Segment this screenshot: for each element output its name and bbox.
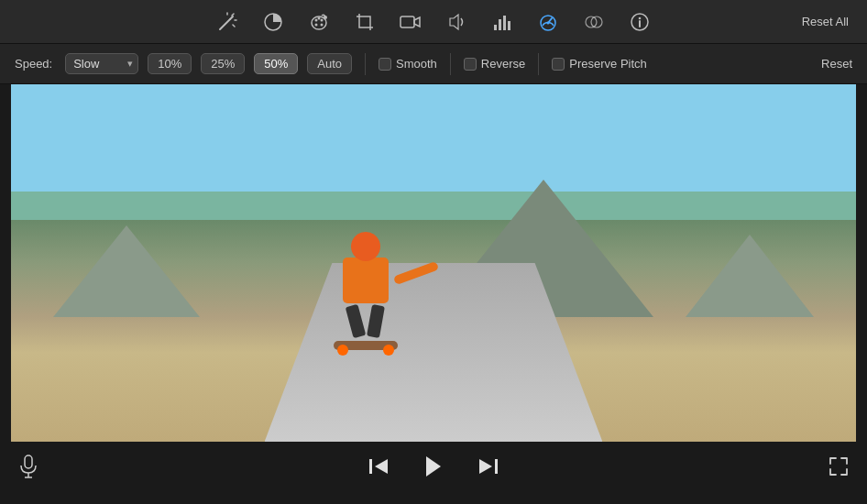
svg-line-3 <box>232 14 234 16</box>
speed-10-button[interactable]: 10% <box>148 53 192 74</box>
speed-25-button[interactable]: 25% <box>201 53 245 74</box>
speed-reset-button[interactable]: Reset <box>821 57 852 71</box>
skip-forward-button[interactable] <box>474 452 503 481</box>
svg-rect-22 <box>499 19 501 30</box>
skater-body <box>329 232 402 342</box>
speed-dropdown-wrap[interactable]: Slow <box>65 53 138 74</box>
palette-icon[interactable] <box>306 9 332 35</box>
svg-rect-21 <box>494 25 497 30</box>
skater-torso <box>343 257 389 303</box>
info-icon[interactable] <box>627 9 653 35</box>
speedometer-icon[interactable] <box>535 9 561 35</box>
wheel-right <box>383 345 394 356</box>
svg-line-5 <box>233 25 235 27</box>
speed-auto-button[interactable]: Auto <box>307 53 352 74</box>
mountain-left <box>53 225 200 317</box>
top-toolbar: Reset All <box>0 0 867 44</box>
svg-point-9 <box>321 18 324 21</box>
svg-rect-19 <box>401 16 414 27</box>
mic-button[interactable] <box>18 455 38 478</box>
preserve-pitch-label: Preserve Pitch <box>569 57 647 71</box>
smooth-toggle[interactable]: Smooth <box>379 57 437 71</box>
reverse-toggle[interactable]: Reverse <box>464 57 525 71</box>
playback-controls <box>364 452 503 481</box>
mountain-right <box>686 235 814 317</box>
smooth-checkbox[interactable] <box>379 58 391 71</box>
bars-icon[interactable] <box>489 9 515 35</box>
svg-line-1 <box>230 16 233 19</box>
skateboard <box>334 341 398 350</box>
divider-2 <box>450 53 451 75</box>
skater-legs <box>329 305 402 337</box>
smooth-label: Smooth <box>396 57 437 71</box>
speed-dropdown[interactable]: Slow <box>65 53 138 74</box>
skater-figure <box>329 232 402 342</box>
reverse-checkbox[interactable] <box>464 58 477 71</box>
svg-rect-24 <box>508 21 510 30</box>
svg-point-27 <box>547 21 550 24</box>
crop-icon[interactable] <box>352 9 378 35</box>
svg-rect-23 <box>503 16 506 30</box>
video-camera-icon[interactable] <box>398 9 423 35</box>
svg-rect-33 <box>25 455 32 468</box>
svg-point-10 <box>315 23 318 26</box>
preserve-pitch-checkbox[interactable] <box>552 58 565 71</box>
video-scene <box>11 84 856 442</box>
svg-point-8 <box>315 18 318 21</box>
svg-point-11 <box>321 23 324 26</box>
reset-all-button[interactable]: Reset All <box>802 15 849 28</box>
divider-1 <box>365 53 366 75</box>
blend-icon[interactable] <box>581 9 607 35</box>
svg-point-13 <box>324 16 327 19</box>
skater-leg-right <box>367 304 385 338</box>
skip-back-button[interactable] <box>364 452 393 481</box>
svg-marker-37 <box>375 459 388 474</box>
fullscreen-button[interactable] <box>829 456 849 477</box>
svg-marker-40 <box>479 459 492 474</box>
svg-rect-14 <box>359 16 370 27</box>
preserve-pitch-toggle[interactable]: Preserve Pitch <box>552 57 647 71</box>
reverse-label: Reverse <box>481 57 525 71</box>
audio-icon[interactable] <box>444 9 469 35</box>
magic-wand-icon[interactable] <box>214 9 240 35</box>
speed-toolbar: Speed: Slow 10% 25% 50% Auto Smooth Reve… <box>0 44 867 84</box>
toolbar-icons <box>214 9 653 35</box>
skater-leg-left <box>346 304 367 338</box>
bottom-controls <box>0 442 867 491</box>
speed-50-button[interactable]: 50% <box>254 53 298 74</box>
video-preview-area <box>11 84 856 442</box>
skater-head <box>351 232 380 261</box>
svg-rect-36 <box>369 459 372 474</box>
svg-rect-39 <box>495 459 498 474</box>
svg-point-32 <box>639 16 642 19</box>
play-button[interactable] <box>419 452 448 481</box>
color-circle-icon[interactable] <box>260 9 286 35</box>
svg-marker-38 <box>426 456 441 477</box>
svg-line-0 <box>220 19 230 29</box>
svg-point-12 <box>318 16 321 19</box>
speed-label: Speed: <box>15 57 52 71</box>
divider-3 <box>538 53 539 75</box>
svg-marker-20 <box>450 15 458 29</box>
wheel-left <box>337 345 348 356</box>
